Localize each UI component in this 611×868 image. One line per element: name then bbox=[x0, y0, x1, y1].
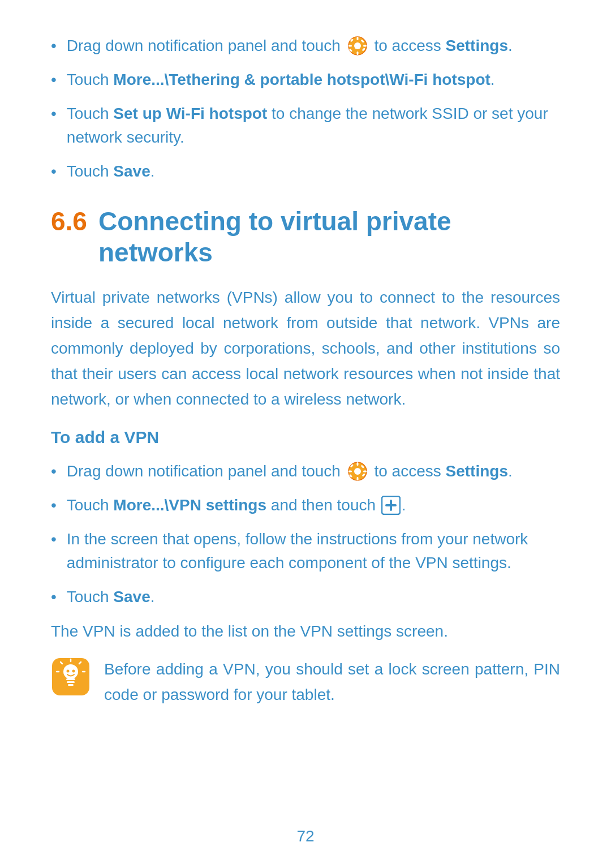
section-number: 6.6 bbox=[51, 206, 87, 237]
bullet-item-vpn-save: • Touch Save. bbox=[51, 585, 560, 609]
bullet-item-tethering: • Touch More...\Tethering & portable hot… bbox=[51, 68, 560, 92]
settings-icon-1 bbox=[347, 36, 368, 56]
intro-paragraph: Virtual private networks (VPNs) allow yo… bbox=[51, 285, 560, 412]
settings-label-2: Settings bbox=[446, 462, 508, 480]
svg-rect-2 bbox=[356, 37, 358, 40]
bullet-dot-4: • bbox=[51, 160, 57, 183]
bullet-text-vpn-save: Touch Save. bbox=[67, 585, 155, 609]
vpn-settings-label: More...\VPN settings bbox=[113, 496, 266, 514]
svg-rect-15 bbox=[363, 470, 367, 472]
note-text: Before adding a VPN, you should set a lo… bbox=[104, 657, 560, 708]
vpn-added-text: The VPN is added to the list on the VPN … bbox=[51, 619, 560, 644]
save-label-vpn: Save bbox=[113, 588, 150, 605]
bullet-dot-2: • bbox=[51, 68, 57, 92]
svg-rect-14 bbox=[348, 470, 352, 472]
svg-rect-22 bbox=[385, 504, 397, 506]
bullet-text-vpn-more: Touch More...\VPN settings and then touc… bbox=[67, 493, 406, 517]
bullet-text-setup-wifi: Touch Set up Wi-Fi hotspot to change the… bbox=[67, 102, 560, 149]
bullet-dot-vpn-1: • bbox=[51, 459, 57, 483]
tethering-label: More...\Tethering & portable hotspot\Wi-… bbox=[113, 71, 490, 88]
bullet-dot-vpn-4: • bbox=[51, 585, 57, 609]
svg-point-11 bbox=[354, 468, 361, 475]
bullet-item-vpn-screen: • In the screen that opens, follow the i… bbox=[51, 527, 560, 575]
svg-rect-25 bbox=[66, 678, 75, 680]
bullet-item-setup-wifi: • Touch Set up Wi-Fi hotspot to change t… bbox=[51, 102, 560, 149]
section-heading: 6.6 Connecting to virtual private networ… bbox=[51, 206, 560, 268]
bullet-text-drag-settings: Drag down notification panel and touch bbox=[67, 34, 513, 58]
bullet-item-vpn-more: • Touch More...\VPN settings and then to… bbox=[51, 493, 560, 517]
bullet-dot-1: • bbox=[51, 34, 57, 58]
svg-rect-12 bbox=[356, 462, 358, 466]
bullet-text-vpn-drag: Drag down notification panel and touch bbox=[67, 459, 513, 483]
svg-point-1 bbox=[354, 42, 361, 49]
bullet-item-drag-settings: • Drag down notification panel and touch bbox=[51, 34, 560, 58]
bullet-text-tethering: Touch More...\Tethering & portable hotsp… bbox=[67, 68, 495, 92]
settings-icon-2 bbox=[347, 461, 368, 482]
page: • Drag down notification panel and touch bbox=[0, 0, 611, 868]
svg-rect-27 bbox=[68, 684, 74, 686]
settings-label-1: Settings bbox=[446, 37, 508, 54]
svg-rect-5 bbox=[363, 45, 367, 46]
section-title: Connecting to virtual private networks bbox=[98, 206, 560, 268]
svg-point-24 bbox=[63, 664, 78, 679]
svg-rect-26 bbox=[67, 681, 75, 683]
setup-wifi-label: Set up Wi-Fi hotspot bbox=[113, 105, 267, 122]
svg-rect-13 bbox=[356, 477, 358, 480]
svg-rect-4 bbox=[348, 45, 352, 46]
svg-point-28 bbox=[67, 670, 70, 673]
svg-rect-3 bbox=[356, 51, 358, 55]
note-box: Before adding a VPN, you should set a lo… bbox=[51, 657, 560, 708]
bullet-text-vpn-screen: In the screen that opens, follow the ins… bbox=[67, 527, 560, 575]
save-label-top: Save bbox=[113, 162, 150, 180]
svg-point-29 bbox=[72, 670, 75, 673]
sub-heading-vpn: To add a VPN bbox=[51, 428, 560, 447]
bullet-dot-vpn-3: • bbox=[51, 527, 57, 551]
vpn-bullet-list: • Drag down notification panel and touch bbox=[51, 459, 560, 609]
bullet-dot-3: • bbox=[51, 102, 57, 126]
bullet-dot-vpn-2: • bbox=[51, 493, 57, 517]
plus-icon bbox=[381, 496, 401, 515]
top-bullet-list: • Drag down notification panel and touch bbox=[51, 34, 560, 183]
note-icon bbox=[51, 657, 91, 697]
bullet-item-vpn-drag: • Drag down notification panel and touch bbox=[51, 459, 560, 483]
page-number: 72 bbox=[296, 827, 314, 845]
bullet-item-save-top: • Touch Save. bbox=[51, 160, 560, 183]
bullet-text-save-top: Touch Save. bbox=[67, 160, 155, 183]
